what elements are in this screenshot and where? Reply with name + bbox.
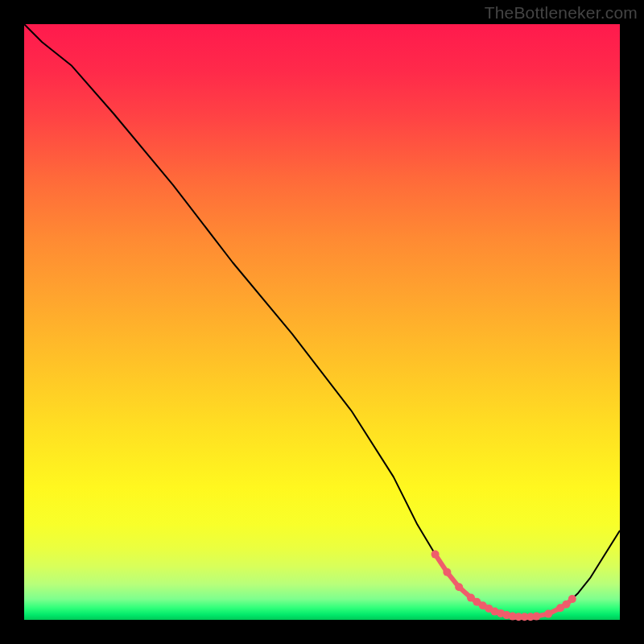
marker-dot	[532, 613, 540, 621]
bottleneck-curve	[24, 24, 620, 620]
curve-path	[24, 24, 620, 617]
marker-dot	[455, 583, 463, 591]
marker-dot	[544, 610, 552, 618]
marker-dot	[562, 601, 570, 609]
watermark-text: TheBottleneker.com	[485, 3, 638, 23]
plot-area	[24, 24, 620, 620]
marker-dot	[431, 551, 440, 559]
chart-frame: TheBottleneker.com	[0, 0, 644, 644]
marker-dot	[568, 595, 576, 603]
marker-dot	[443, 568, 451, 576]
